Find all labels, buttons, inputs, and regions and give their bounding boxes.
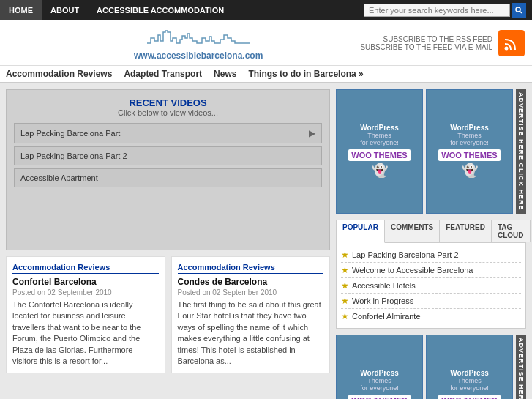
header: www.accessiblebarcelona.com SUBSCRIBE TO… — [0, 20, 532, 66]
rss-email-link[interactable]: SUBSCRIBE TO THE FEED VIA E-MAIL — [360, 43, 492, 51]
subnav-news[interactable]: News — [214, 69, 236, 79]
ad-sub2-1: for everyone! — [360, 139, 399, 146]
woo-icon-1: 👻 — [372, 163, 388, 179]
top-ads: WordPress Themes for everyone! WOO THEME… — [336, 89, 513, 214]
star-icon-1: ★ — [341, 250, 349, 260]
video-item-label: Lap Packing Barcelona Part — [20, 129, 120, 138]
ad-sub-1: Themes — [367, 132, 391, 139]
ad-title-1: WordPress — [360, 124, 399, 132]
subnav-things-to-do[interactable]: Things to do in Barcelona — [248, 69, 363, 79]
right-column: WordPress Themes for everyone! WOO THEME… — [336, 89, 526, 399]
popular-item-text-4[interactable]: Work in Progress — [352, 297, 413, 305]
tab-popular[interactable]: POPULAR — [337, 220, 385, 243]
popular-item-4: ★ Work in Progress — [341, 294, 521, 309]
popular-item-text-3[interactable]: Accessible Hotels — [352, 281, 416, 290]
popular-item-3: ★ Accessible Hotels — [341, 278, 521, 294]
star-icon-5: ★ — [341, 311, 349, 321]
posts-row: Accommodation Reviews Confortel Barcelon… — [6, 256, 330, 373]
subnav-adapted-transport[interactable]: Adapted Transport — [124, 69, 202, 79]
popular-item-2: ★ Welcome to Accessible Barcelona — [341, 263, 521, 278]
post-excerpt: The first thing to be said about this gr… — [178, 299, 324, 367]
rss-area: SUBSCRIBE TO THE RSS FEED SUBSCRIBE TO T… — [360, 30, 525, 56]
video-title: RECENT VIDEOS — [14, 97, 322, 108]
video-item-label: Accessible Apartment — [20, 174, 98, 182]
svg-line-1 — [520, 12, 522, 14]
ad-sub-4: Themes — [457, 377, 482, 384]
video-subtitle: Click below to view videos... — [14, 108, 322, 117]
post-card-confortel: Accommodation Reviews Confortel Barcelon… — [6, 256, 165, 373]
popular-item-1: ★ Lap Packing Barcelona Part 2 — [341, 247, 521, 263]
ad-title-4: WordPress — [450, 369, 489, 377]
post-title[interactable]: Condes de Barcelona — [178, 277, 324, 287]
ad-box-4[interactable]: WordPress Themes for everyone! WOO THEME… — [426, 335, 513, 399]
rss-icon[interactable] — [498, 30, 525, 56]
search-icon — [515, 7, 522, 14]
tab-tag-cloud[interactable]: TAG CLOUD — [492, 220, 531, 242]
nav-item-accessible-accommodation[interactable]: ACCESSIBLE ACCOMMODATION — [88, 0, 233, 20]
woo-logo-1: WOO THEMES — [348, 149, 410, 161]
woo-logo-2: WOO THEMES — [438, 149, 500, 161]
ad-box-3[interactable]: WordPress Themes for everyone! WOO THEME… — [336, 335, 423, 399]
star-icon-2: ★ — [341, 265, 349, 275]
ad-title-2: WordPress — [450, 124, 489, 132]
subnav-accommodation-reviews[interactable]: Accommodation Reviews — [6, 69, 112, 79]
video-section: RECENT VIDEOS Click below to view videos… — [6, 89, 330, 250]
video-play-icon: ▶ — [309, 128, 315, 138]
video-item-lap-packing-2[interactable]: Lap Packing Barcelona Part 2 — [14, 146, 322, 165]
left-column: RECENT VIDEOS Click below to view videos… — [6, 89, 330, 399]
search-button[interactable] — [512, 3, 526, 18]
ad-sub-3: Themes — [367, 377, 391, 384]
woo-logo-4: WOO THEMES — [438, 395, 500, 399]
post-excerpt: The Confortel Barcelona is ideally locat… — [12, 299, 159, 367]
main: RECENT VIDEOS Click below to view videos… — [0, 83, 532, 399]
navbar: HOME ABOUT ACCESSIBLE ACCOMMODATION — [0, 0, 532, 20]
nav-items: HOME ABOUT ACCESSIBLE ACCOMMODATION — [0, 0, 233, 20]
logo-url: www.accessiblebarcelona.com — [134, 51, 263, 61]
woo-logo-3: WOO THEMES — [348, 395, 410, 399]
bottom-ads-row: WordPress Themes for everyone! WOO THEME… — [336, 335, 526, 399]
svg-point-0 — [516, 7, 520, 12]
post-category: Accommodation Reviews — [178, 263, 324, 274]
bottom-ads: WordPress Themes for everyone! WOO THEME… — [336, 335, 513, 399]
rss-row: SUBSCRIBE TO THE RSS FEED SUBSCRIBE TO T… — [360, 30, 525, 56]
tab-row: POPULAR COMMENTS FEATURED TAG CLOUD — [337, 220, 525, 243]
post-date: Posted on 02 September 2010 — [12, 288, 159, 297]
post-title[interactable]: Confortel Barcelona — [12, 277, 159, 287]
rss-links: SUBSCRIBE TO THE RSS FEED SUBSCRIBE TO T… — [360, 35, 492, 51]
star-icon-4: ★ — [341, 296, 349, 306]
advertise-label-bottom[interactable]: ADVERTISE HERE CLICK HERE — [516, 335, 526, 399]
search-input[interactable] — [364, 4, 510, 17]
nav-item-home[interactable]: HOME — [0, 0, 42, 20]
post-category: Accommodation Reviews — [12, 263, 159, 274]
post-card-condes: Accommodation Reviews Condes de Barcelon… — [171, 256, 331, 373]
ad-title-3: WordPress — [360, 369, 399, 377]
rss-feed-link[interactable]: SUBSCRIBE TO THE RSS FEED — [383, 35, 492, 43]
popular-list: ★ Lap Packing Barcelona Part 2 ★ Welcome… — [337, 243, 525, 328]
top-ads-row: WordPress Themes for everyone! WOO THEME… — [336, 89, 526, 214]
tab-comments[interactable]: COMMENTS — [385, 220, 440, 242]
ad-box-2[interactable]: WordPress Themes for everyone! WOO THEME… — [426, 89, 513, 214]
video-item-accessible-apartment[interactable]: Accessible Apartment — [14, 168, 322, 187]
popular-item-text-1[interactable]: Lap Packing Barcelona Part 2 — [352, 250, 459, 259]
woo-icon-2: 👻 — [462, 163, 478, 179]
ad-sub2-3: for everyone! — [360, 384, 399, 392]
popular-item-text-2[interactable]: Welcome to Accessible Barcelona — [352, 266, 473, 275]
svg-point-2 — [505, 46, 509, 50]
tab-featured[interactable]: FEATURED — [440, 220, 492, 242]
skyline-graphic — [140, 25, 257, 47]
ad-box-1[interactable]: WordPress Themes for everyone! WOO THEME… — [336, 89, 423, 214]
logo-skyline — [140, 25, 257, 51]
ad-sub2-2: for everyone! — [450, 139, 489, 146]
post-date: Posted on 02 September 2010 — [178, 288, 324, 297]
video-item-label: Lap Packing Barcelona Part 2 — [20, 152, 127, 160]
advertise-label-top[interactable]: ADVERTISE HERE CLICK HERE — [516, 89, 526, 214]
subnav: Accommodation Reviews Adapted Transport … — [0, 66, 532, 83]
ad-sub2-4: for everyone! — [450, 384, 489, 392]
video-item-lap-packing-1[interactable]: Lap Packing Barcelona Part ▶ — [14, 123, 322, 143]
search-area — [364, 3, 532, 18]
logo-area: www.accessiblebarcelona.com — [37, 25, 360, 61]
popular-item-text-5[interactable]: Confortel Almirante — [352, 312, 421, 321]
popular-item-5: ★ Confortel Almirante — [341, 309, 521, 324]
popular-section: POPULAR COMMENTS FEATURED TAG CLOUD ★ La… — [336, 220, 526, 329]
nav-item-about[interactable]: ABOUT — [42, 0, 88, 20]
